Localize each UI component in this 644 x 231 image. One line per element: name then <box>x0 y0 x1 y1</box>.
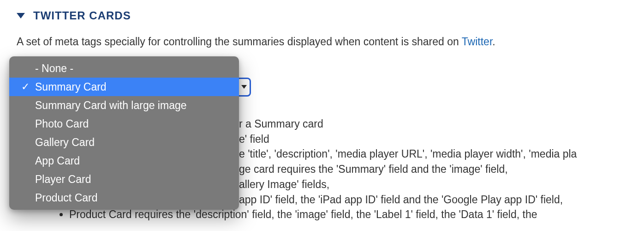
description-text-post: . <box>492 36 495 48</box>
description-text-pre: A set of meta tags specially for control… <box>17 36 462 48</box>
dropdown-option-product-card[interactable]: Product Card <box>9 188 239 207</box>
note-fragment-2: e' field <box>239 132 269 147</box>
note-fragment-6: app ID' field, the 'iPad app ID' field a… <box>239 192 563 207</box>
dropdown-option-player-card[interactable]: Player Card <box>9 170 239 188</box>
note-fragment-3: e 'title', 'description', 'media player … <box>239 146 577 162</box>
note-fragment-1: r a Summary card <box>239 116 323 132</box>
twitter-link[interactable]: Twitter <box>462 36 492 48</box>
chevron-down-icon <box>241 85 247 89</box>
dropdown-option-summary-card-large-image[interactable]: Summary Card with large image <box>9 96 239 115</box>
dropdown-option-none[interactable]: - None - <box>9 59 239 78</box>
card-type-dropdown-menu[interactable]: - None - Summary Card Summary Card with … <box>9 56 239 210</box>
card-type-select[interactable] <box>239 78 251 97</box>
dropdown-option-summary-card[interactable]: Summary Card <box>9 78 239 96</box>
section-heading[interactable]: TWITTER CARDS <box>17 9 131 22</box>
dropdown-option-app-card[interactable]: App Card <box>9 152 239 170</box>
note-fragment-4: ge card requires the 'Summary' field and… <box>239 162 508 177</box>
dropdown-option-gallery-card[interactable]: Gallery Card <box>9 133 239 152</box>
section-title: TWITTER CARDS <box>33 9 131 22</box>
section-description: A set of meta tags specially for control… <box>17 35 639 49</box>
dropdown-option-photo-card[interactable]: Photo Card <box>9 115 239 133</box>
twitter-cards-settings-section: TWITTER CARDS A set of meta tags special… <box>0 0 644 231</box>
note-fragment-5: allery Image' fields, <box>239 177 329 192</box>
collapse-triangle-icon[interactable] <box>17 13 25 18</box>
note-text: Product Card requires the 'description' … <box>69 208 537 220</box>
